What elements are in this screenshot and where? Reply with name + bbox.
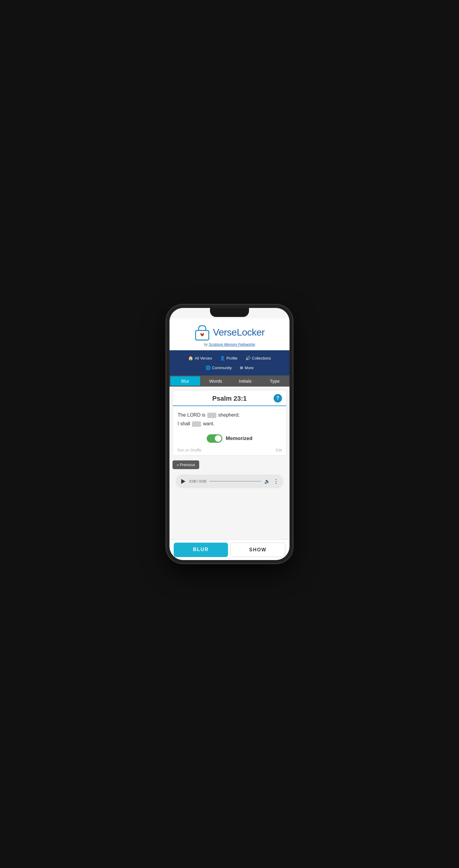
nav-profile[interactable]: 👤 Profile (217, 354, 240, 362)
show-button[interactable]: SHOW (230, 542, 285, 557)
home-icon: 🏠 (188, 356, 193, 361)
nav-profile-label: Profile (227, 356, 238, 361)
volume-icon[interactable]: 🔈 (264, 478, 270, 484)
memorized-toggle[interactable] (207, 434, 222, 443)
header: VerseLocker by Scripture Memory Fellowsh… (169, 318, 290, 350)
subtitle-link[interactable]: Scripture Memory Fellowship (209, 342, 255, 347)
play-triangle-icon (181, 479, 186, 484)
nav-more[interactable]: ⊕ More (237, 364, 257, 371)
help-button[interactable]: ? (273, 394, 282, 402)
verse-text-part1: The LORD is (177, 412, 207, 417)
tab-words-label: Words (209, 378, 222, 383)
phone-frame: VerseLocker by Scripture Memory Fellowsh… (166, 305, 293, 563)
profile-icon: 👤 (220, 356, 225, 361)
edit-text[interactable]: Edit (276, 448, 282, 452)
bottom-bar: BLUR SHOW (169, 539, 290, 560)
previous-button[interactable]: « Previous (172, 460, 199, 469)
app-title: VerseLocker (213, 327, 265, 338)
more-icon: ⊕ (240, 365, 243, 370)
nav-collections[interactable]: 🔊 Collections (242, 354, 274, 362)
verse-text-part3: I shall (177, 421, 191, 426)
community-icon: 🌐 (205, 365, 210, 370)
nav-all-verses[interactable]: 🏠 All Verses (185, 354, 215, 362)
blurred-word-my (207, 413, 216, 418)
tab-type-label: Type (270, 378, 280, 383)
verse-title-row: Psalm 23:1 ? (173, 391, 286, 406)
logo-area: VerseLocker (175, 324, 284, 341)
verse-text: The LORD is shepherd; I shall want. (173, 406, 286, 431)
notch (210, 308, 249, 317)
nav-all-verses-label: All Verses (195, 356, 212, 361)
toggle-knob (215, 435, 221, 442)
lock-icon (194, 324, 210, 341)
tab-blur-label: Blur (181, 378, 189, 383)
nav-collections-label: Collections (252, 356, 271, 361)
nav-more-label: More (245, 366, 254, 370)
memorized-label: Memorized (226, 435, 253, 441)
tab-initials[interactable]: Initials (230, 375, 260, 386)
nav-row-1: 🏠 All Verses 👤 Profile 🔊 Collections (169, 353, 290, 363)
screen: VerseLocker by Scripture Memory Fellowsh… (169, 308, 290, 560)
nav-bar: 🏠 All Verses 👤 Profile 🔊 Collections 🌐 (169, 350, 290, 375)
nav-community[interactable]: 🌐 Community (202, 364, 235, 371)
verse-reference: Psalm 23:1 (212, 395, 247, 402)
play-button[interactable] (180, 478, 186, 485)
shuffle-text[interactable]: Turn on Shuffle (177, 448, 201, 452)
tab-type[interactable]: Type (260, 375, 290, 386)
verse-line-1: The LORD is shepherd; (177, 411, 282, 420)
tab-blur[interactable]: Blur (170, 376, 200, 386)
memorized-row: Memorized (173, 431, 286, 446)
audio-more-icon[interactable]: ⋮ (273, 478, 279, 485)
time-display: 0:00 / 0:00 (189, 479, 206, 484)
blur-button[interactable]: BLUR (174, 542, 228, 557)
tabs-bar: Blur Words Initials Type (169, 375, 290, 386)
collections-icon: 🔊 (245, 356, 251, 361)
blurred-word-not (192, 422, 201, 427)
tab-words[interactable]: Words (201, 375, 231, 386)
card-footer: Turn on Shuffle Edit (173, 446, 286, 455)
nav-row-2: 🌐 Community ⊕ More (169, 363, 290, 372)
nav-community-label: Community (212, 366, 232, 370)
audio-progress-bar[interactable] (209, 481, 261, 482)
verse-card: Psalm 23:1 ? The LORD is shepherd; I sha… (172, 390, 287, 456)
content-spacer (169, 494, 290, 518)
verse-line-2: I shall want. (177, 420, 282, 428)
subtitle: by Scripture Memory Fellowship (175, 342, 284, 347)
audio-player: 0:00 / 0:00 🔈 ⋮ (175, 474, 284, 488)
verse-text-part4: want. (202, 421, 215, 426)
screen-content: VerseLocker by Scripture Memory Fellowsh… (169, 308, 290, 539)
verse-text-part2: shepherd; (217, 412, 240, 417)
tab-initials-label: Initials (239, 378, 252, 383)
